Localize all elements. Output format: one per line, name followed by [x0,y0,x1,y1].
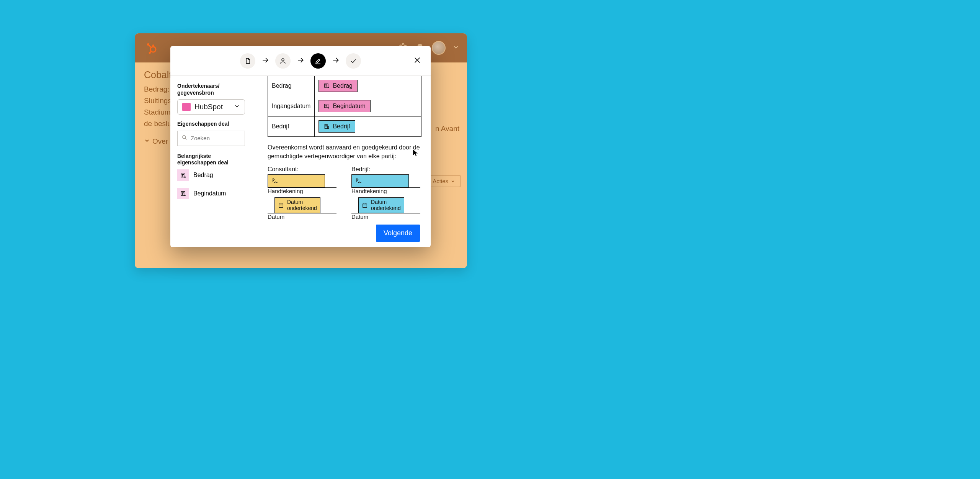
svg-line-16 [185,138,186,139]
token-bedrag[interactable]: T Bedrag [318,80,358,92]
svg-text:T: T [182,192,184,195]
calendar-icon [362,202,368,208]
next-button[interactable]: Volgende [376,225,420,242]
property-search-input[interactable] [191,135,241,141]
modal-document-preview: Bedrag T Bedrag Ingangsdatum T Begindatu… [252,76,431,219]
text-token-icon: T [177,169,189,181]
table-row: Ingangsdatum T Begindatum [268,96,421,116]
actions-button-label: Acties [433,178,448,184]
table-row: Bedrag T Bedrag [268,76,421,96]
datum-label: Datum [351,213,421,219]
source-color-swatch [182,103,191,111]
modal-left-panel: Ondertekenaars/ gegevensbron HubSpot Eig… [170,76,252,219]
step-confirm[interactable] [346,53,361,69]
svg-point-9 [282,59,284,61]
table-label: Ingangsdatum [268,96,315,116]
sidebar-text: n Avant [435,125,459,133]
property-search[interactable] [177,131,245,146]
svg-rect-30 [279,204,283,207]
svg-rect-29 [327,126,328,129]
datum-label: Datum [268,213,338,219]
handtekening-label: Handtekening [351,188,421,194]
svg-point-1 [150,47,156,52]
account-menu-chevron-icon[interactable] [452,44,459,52]
chevron-down-icon [234,103,240,111]
step-edit[interactable] [310,53,326,69]
source-select[interactable]: HubSpot [177,99,245,115]
arrow-right-icon [297,56,304,66]
company-signature-field[interactable] [351,174,409,187]
key-property-item[interactable]: T Begindatum [177,188,245,199]
svg-line-4 [149,45,151,48]
source-name: HubSpot [194,103,230,111]
deal-properties-label: Eigenschappen deal [177,121,245,128]
avatar[interactable] [432,41,446,55]
handtekening-label: Handtekening [268,188,338,194]
actions-button[interactable]: Acties [427,175,461,187]
date-box-line2: ondertekend [371,205,401,211]
svg-rect-25 [325,125,328,129]
signing-modal: Ondertekenaars/ gegevensbron HubSpot Eig… [170,46,431,247]
svg-text:T: T [182,174,184,177]
key-properties-label: Belangrijkste eigenschappen deal [177,153,245,166]
hubspot-logo-icon [142,42,157,54]
date-box-line1: Datum [371,199,401,205]
svg-rect-34 [363,204,367,207]
signers-source-label: Ondertekenaars/ gegevensbron [177,83,245,96]
date-box-line2: ondertekend [287,205,317,211]
table-row: Bedrijf Bedrijf [268,116,421,137]
arrow-right-icon [261,56,269,66]
key-property-label: Begindatum [193,190,226,197]
search-icon [181,135,188,142]
key-property-item[interactable]: T Bedrag [177,169,245,181]
token-label: Begindatum [333,103,365,110]
token-begindatum[interactable]: T Begindatum [318,100,370,112]
token-bedrijf[interactable]: Bedrijf [318,120,355,133]
token-label: Bedrijf [333,123,350,130]
step-document[interactable] [240,53,255,69]
signature-icon [355,177,363,185]
svg-text:T: T [325,105,327,107]
consultant-signature-field[interactable] [268,174,325,187]
close-icon[interactable] [413,56,421,66]
date-box-line1: Datum [287,199,317,205]
table-label: Bedrijf [268,116,315,137]
svg-point-15 [183,135,186,138]
step-signer[interactable] [275,53,291,69]
consultant-date-signed-field[interactable]: Datum ondertekend [274,197,320,213]
signature-icon [271,177,279,185]
chevron-down-icon[interactable] [144,137,150,146]
company-date-signed-field[interactable]: Datum ondertekend [358,197,404,213]
agreement-text: Overeenkomst wordt aanvaard en goedgekeu… [268,143,421,161]
token-label: Bedrag [333,82,353,89]
table-label: Bedrag [268,76,315,96]
svg-point-6 [149,52,151,54]
consultant-title: Consultant: [268,166,338,173]
modal-stepper-bar [170,46,431,76]
key-property-label: Bedrag [193,172,213,179]
arrow-right-icon [332,56,340,66]
svg-text:T: T [325,84,327,87]
company-title: Bedrijf: [351,166,421,173]
text-token-icon: T [177,188,189,199]
modal-footer: Volgende [170,219,431,247]
token-mapping-table: Bedrag T Bedrag Ingangsdatum T Begindatu… [268,76,421,137]
calendar-icon [278,202,284,208]
